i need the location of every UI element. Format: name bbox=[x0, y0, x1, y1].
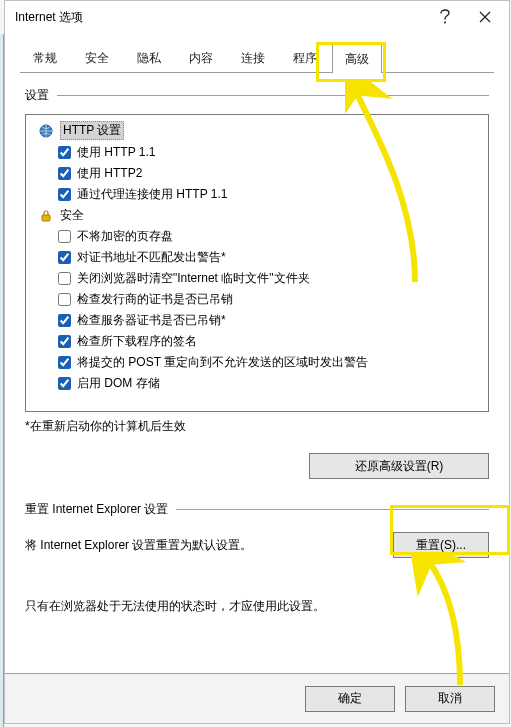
tree-item-label: 对证书地址不匹配发出警告* bbox=[77, 249, 226, 266]
tree-item[interactable]: 通过代理连接使用 HTTP 1.1 bbox=[30, 184, 484, 205]
tab-程序[interactable]: 程序 bbox=[280, 43, 330, 72]
ok-button[interactable]: 确定 bbox=[305, 686, 395, 712]
svg-rect-2 bbox=[42, 215, 50, 221]
tree-item[interactable]: 将提交的 POST 重定向到不允许发送的区域时发出警告 bbox=[30, 352, 484, 373]
tree-item-label: 启用 DOM 存储 bbox=[77, 375, 160, 392]
tree-item-label: 不将加密的页存盘 bbox=[77, 228, 173, 245]
svg-point-0 bbox=[444, 22, 446, 24]
help-button[interactable] bbox=[425, 2, 465, 32]
tab-连接[interactable]: 连接 bbox=[228, 43, 278, 72]
tree-item-checkbox[interactable] bbox=[58, 356, 71, 369]
tab-内容[interactable]: 内容 bbox=[176, 43, 226, 72]
tree-item-checkbox[interactable] bbox=[58, 272, 71, 285]
tree-group-header[interactable]: 安全 bbox=[30, 205, 484, 226]
reset-button[interactable]: 重置(S)... bbox=[393, 532, 489, 558]
tree-item-label: 通过代理连接使用 HTTP 1.1 bbox=[77, 186, 227, 203]
tree-group-header[interactable]: HTTP 设置 bbox=[30, 119, 484, 142]
tree-item[interactable]: 启用 DOM 存储 bbox=[30, 373, 484, 394]
internet-options-dialog: Internet 选项 常规安全隐私内容连接程序高级 设置 HTTP 设置使用 … bbox=[4, 0, 510, 724]
window-title: Internet 选项 bbox=[15, 9, 425, 26]
tree-item-checkbox[interactable] bbox=[58, 230, 71, 243]
tab-row: 常规安全隐私内容连接程序高级 bbox=[20, 43, 494, 73]
restore-advanced-settings-button[interactable]: 还原高级设置(R) bbox=[309, 453, 489, 479]
lock-icon bbox=[38, 208, 54, 224]
tree-item-checkbox[interactable] bbox=[58, 251, 71, 264]
restart-note: *在重新启动你的计算机后生效 bbox=[25, 418, 489, 435]
tree-item-checkbox[interactable] bbox=[58, 335, 71, 348]
globe-icon bbox=[38, 123, 54, 139]
settings-legend-text: 设置 bbox=[25, 87, 57, 104]
dialog-footer: 确定 取消 bbox=[5, 673, 509, 723]
tree-item[interactable]: 检查发行商的证书是否已吊销 bbox=[30, 289, 484, 310]
tree-item[interactable]: 关闭浏览器时清空"Internet 临时文件"文件夹 bbox=[30, 268, 484, 289]
tab-常规[interactable]: 常规 bbox=[20, 43, 70, 72]
tab-高级[interactable]: 高级 bbox=[332, 44, 382, 73]
advanced-settings-tree[interactable]: HTTP 设置使用 HTTP 1.1使用 HTTP2通过代理连接使用 HTTP … bbox=[25, 114, 489, 412]
tree-item-checkbox[interactable] bbox=[58, 188, 71, 201]
tree-group-label: 安全 bbox=[60, 207, 84, 224]
tab-隐私[interactable]: 隐私 bbox=[124, 43, 174, 72]
tree-item[interactable]: 检查服务器证书是否已吊销* bbox=[30, 310, 484, 331]
titlebar: Internet 选项 bbox=[5, 1, 509, 33]
close-button[interactable] bbox=[465, 2, 505, 32]
tree-item-label: 检查所下载程序的签名 bbox=[77, 333, 197, 350]
tree-item[interactable]: 不将加密的页存盘 bbox=[30, 226, 484, 247]
cancel-button[interactable]: 取消 bbox=[405, 686, 495, 712]
tree-item[interactable]: 检查所下载程序的签名 bbox=[30, 331, 484, 352]
tree-item-label: 检查发行商的证书是否已吊销 bbox=[77, 291, 233, 308]
reset-hint: 只有在浏览器处于无法使用的状态时，才应使用此设置。 bbox=[25, 598, 489, 615]
settings-legend: 设置 bbox=[25, 87, 489, 104]
reset-legend: 重置 Internet Explorer 设置 bbox=[25, 501, 489, 518]
tree-item-checkbox[interactable] bbox=[58, 377, 71, 390]
tree-group-label: HTTP 设置 bbox=[60, 121, 124, 140]
tree-item[interactable]: 对证书地址不匹配发出警告* bbox=[30, 247, 484, 268]
tree-item[interactable]: 使用 HTTP 1.1 bbox=[30, 142, 484, 163]
reset-description: 将 Internet Explorer 设置重置为默认设置。 bbox=[25, 537, 393, 554]
tree-item-checkbox[interactable] bbox=[58, 293, 71, 306]
tree-item-label: 关闭浏览器时清空"Internet 临时文件"文件夹 bbox=[77, 270, 310, 287]
tree-item[interactable]: 使用 HTTP2 bbox=[30, 163, 484, 184]
tree-item-checkbox[interactable] bbox=[58, 167, 71, 180]
tree-item-label: 使用 HTTP 1.1 bbox=[77, 144, 155, 161]
tree-item-checkbox[interactable] bbox=[58, 314, 71, 327]
tree-item-label: 将提交的 POST 重定向到不允许发送的区域时发出警告 bbox=[77, 354, 368, 371]
tree-item-label: 使用 HTTP2 bbox=[77, 165, 142, 182]
tab-安全[interactable]: 安全 bbox=[72, 43, 122, 72]
tree-item-checkbox[interactable] bbox=[58, 146, 71, 159]
reset-legend-text: 重置 Internet Explorer 设置 bbox=[25, 501, 176, 518]
tree-item-label: 检查服务器证书是否已吊销* bbox=[77, 312, 226, 329]
